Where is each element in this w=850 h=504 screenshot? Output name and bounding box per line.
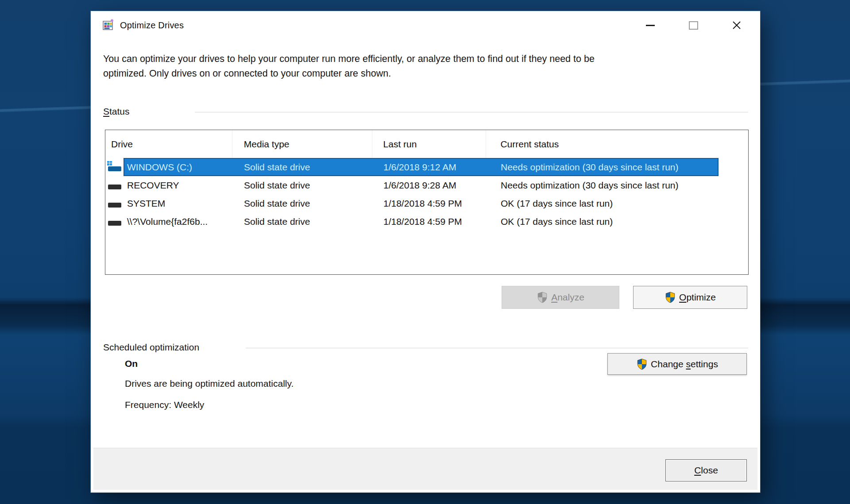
drive-status: OK (17 days since last run) [487,212,719,231]
title-bar[interactable]: Optimize Drives [91,11,760,39]
drive-row-volume[interactable]: \\?\Volume{fa2f6b... Solid state drive 1… [105,212,748,231]
media-type: Solid state drive [232,212,372,231]
drive-status: Needs optimization (30 days since last r… [487,158,719,176]
change-settings-button-label: Change settings [651,359,718,369]
window-title: Optimize Drives [120,11,184,39]
scheduled-optimization-label: Scheduled optimization [103,342,199,353]
drive-status: OK (17 days since last run) [487,194,719,212]
drive-name: SYSTEM [124,194,232,212]
close-button[interactable]: Close [665,459,747,481]
uac-shield-icon [537,292,548,303]
defrag-app-icon [102,19,114,31]
intro-text: You can optimize your drives to help you… [103,52,745,81]
media-type: Solid state drive [232,176,372,194]
uac-shield-icon [636,358,648,370]
drive-name: \\?\Volume{fa2f6b... [124,212,232,231]
media-type: Solid state drive [232,194,372,212]
column-header-drive[interactable]: Drive [105,130,232,158]
optimize-drives-dialog: Optimize Drives You can optimize your dr… [91,11,760,492]
optimize-button-label: Optimize [679,292,716,303]
status-section-label: Status [103,106,130,117]
maximize-icon [689,21,698,30]
drive-row-system[interactable]: SYSTEM Solid state drive 1/18/2018 4:59 … [105,194,748,212]
dialog-footer [93,448,757,490]
analyze-button-label: Analyze [551,292,584,303]
last-run: 1/6/2018 9:12 AM [372,158,487,176]
intro-line-2: optimized. Only drives on or connected t… [103,66,745,81]
drive-icon [108,181,121,189]
intro-line-1: You can optimize your drives to help you… [103,52,745,66]
schedule-state: On [125,358,138,369]
minimize-button[interactable] [641,16,659,34]
drive-name: WINDOWS (C:) [124,158,232,176]
windows-logo-icon [107,161,112,165]
maximize-button[interactable] [684,16,702,34]
drive-icon [108,200,121,208]
schedule-frequency: Frequency: Weekly [125,400,204,410]
minimize-icon [646,25,655,26]
drive-row-recovery[interactable]: RECOVERY Solid state drive 1/6/2018 9:28… [105,176,748,194]
drives-list-header: Drive Media type Last run Current status [105,130,748,158]
drive-row-windows-c[interactable]: WINDOWS (C:) Solid state drive 1/6/2018 … [105,158,748,176]
schedule-description: Drives are being optimized automatically… [125,378,294,389]
close-window-button[interactable] [728,16,746,34]
last-run: 1/18/2018 4:59 PM [372,194,487,212]
close-icon [731,20,742,31]
status-section-divider [195,112,748,112]
optimize-button[interactable]: Optimize [633,286,747,309]
column-header-last-run[interactable]: Last run [372,130,487,158]
uac-shield-icon [665,292,676,303]
close-button-label: Close [694,465,718,476]
scheduled-section-divider [246,348,748,348]
windows-drive-icon [108,163,121,171]
analyze-button[interactable]: Analyze [502,286,619,309]
change-settings-button[interactable]: Change settings [607,353,747,375]
drive-status: Needs optimization (30 days since last r… [487,176,719,194]
last-run: 1/18/2018 4:59 PM [372,212,487,231]
column-header-media-type[interactable]: Media type [232,130,372,158]
drive-name: RECOVERY [124,176,232,194]
last-run: 1/6/2018 9:28 AM [372,176,487,194]
drive-icon [108,218,121,226]
media-type: Solid state drive [232,158,372,176]
drives-list: Drive Media type Last run Current status… [105,130,749,275]
column-header-current-status[interactable]: Current status [486,130,748,158]
